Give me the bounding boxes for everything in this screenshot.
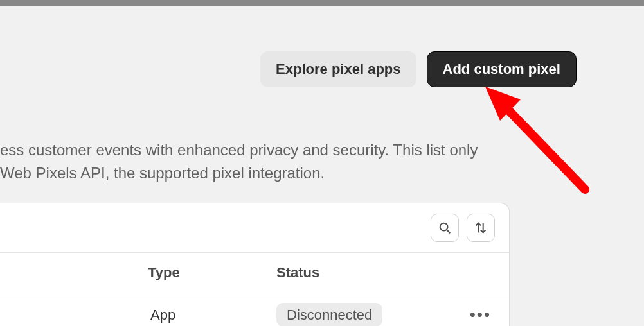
sort-button[interactable] xyxy=(467,214,495,242)
col-header-type: Type xyxy=(148,264,276,281)
status-badge: Disconnected xyxy=(276,303,382,327)
svg-marker-6 xyxy=(485,87,521,121)
search-icon xyxy=(438,221,452,235)
pixels-panel: Type Status App Disconnected ••• xyxy=(0,203,510,326)
header-actions: Explore pixel apps Add custom pixel xyxy=(193,51,644,87)
description-line2: Web Pixels API, the supported pixel inte… xyxy=(0,162,644,185)
add-custom-pixel-button[interactable]: Add custom pixel xyxy=(427,51,577,87)
cell-type: App xyxy=(150,307,276,323)
svg-line-1 xyxy=(447,230,450,233)
table-row: App Disconnected ••• xyxy=(0,293,509,325)
sort-icon xyxy=(474,221,488,235)
description-text: ess customer events with enhanced privac… xyxy=(0,139,644,185)
table-header: Type Status xyxy=(0,252,509,293)
explore-pixel-apps-button[interactable]: Explore pixel apps xyxy=(260,51,416,87)
panel-toolbar xyxy=(0,203,509,252)
svg-point-0 xyxy=(440,223,448,231)
col-header-status: Status xyxy=(276,264,319,281)
cell-status: Disconnected xyxy=(276,307,382,323)
search-button[interactable] xyxy=(431,214,459,242)
window-top-bar xyxy=(0,0,644,6)
description-line1: ess customer events with enhanced privac… xyxy=(0,139,644,162)
row-actions-button[interactable]: ••• xyxy=(470,305,491,325)
